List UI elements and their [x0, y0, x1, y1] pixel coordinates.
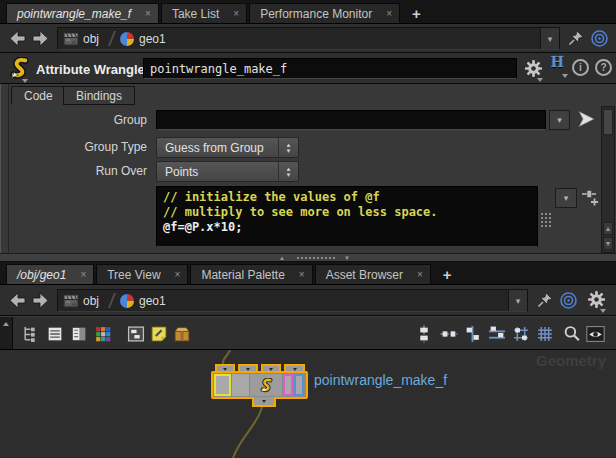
tab-obj-geo1[interactable]: /obj/geo1 ×	[6, 264, 94, 284]
forward-button[interactable]	[31, 29, 51, 48]
pin-panel-button[interactable]	[536, 291, 554, 309]
add-spare-parameter-button[interactable]	[581, 188, 599, 207]
group-dropdown-button[interactable]: ▾	[549, 110, 570, 130]
info-button[interactable]: i	[572, 59, 589, 76]
path-separator	[102, 293, 116, 308]
path-segment-obj[interactable]: obj	[83, 32, 99, 46]
follow-selection-button[interactable]	[559, 291, 578, 310]
node-flag-template[interactable]	[214, 374, 231, 396]
search-button[interactable]	[563, 325, 581, 343]
code-language-dropdown-button[interactable]: ▾	[555, 188, 577, 208]
splitter-down-icon[interactable]: ▼	[344, 255, 350, 262]
expand-icon	[3, 322, 9, 326]
scroll-down-button[interactable]: ▼	[603, 237, 613, 250]
scroll-up-button[interactable]: ▲	[603, 222, 613, 235]
obj-context-icon	[63, 293, 79, 309]
palette-icon	[94, 325, 112, 343]
pointwrangle-node[interactable]: pointwrangle_make_f	[211, 364, 309, 409]
tab-performance-monitor[interactable]: Performance Monitor ×	[249, 3, 400, 23]
run-over-value: Points	[157, 165, 278, 179]
tab-code[interactable]: Code	[11, 86, 66, 105]
group-input[interactable]	[156, 110, 546, 130]
help-button[interactable]: ?	[595, 59, 612, 76]
back-button[interactable]	[7, 29, 27, 48]
pin-panel-button[interactable]	[567, 29, 585, 47]
tab-asset-browser[interactable]: Asset Browser ×	[315, 264, 431, 284]
network-box-button[interactable]	[127, 325, 145, 343]
follow-selection-button[interactable]	[590, 29, 609, 48]
close-icon[interactable]: ×	[417, 270, 423, 280]
new-tab-button[interactable]: +	[402, 3, 431, 23]
tree-view-toggle-button[interactable]	[22, 325, 40, 343]
parameters-scrollbar[interactable]: ▲ ▼	[601, 106, 615, 253]
node-flag-bypass[interactable]	[283, 374, 293, 396]
close-icon[interactable]: ×	[386, 9, 392, 19]
pane-splitter[interactable]: ▲ ▼	[0, 253, 616, 262]
align-horizontal-button[interactable]	[488, 325, 506, 343]
align-left-button[interactable]	[464, 325, 482, 343]
gear-icon	[524, 59, 543, 78]
node-body[interactable]	[211, 371, 308, 399]
grid-display-button[interactable]	[536, 325, 554, 343]
color-palette-button[interactable]	[94, 325, 112, 343]
new-tab-button[interactable]: +	[433, 264, 462, 284]
list-view-button[interactable]	[46, 325, 64, 343]
close-icon[interactable]: ×	[145, 9, 151, 19]
spinner-icon[interactable]: ▲ ▼	[278, 162, 298, 181]
path-history-dropdown[interactable]: ▾	[540, 28, 559, 49]
group-type-parameter-label: Group Type	[1, 140, 147, 154]
node-name-input[interactable]	[143, 58, 517, 79]
tab-tree-view[interactable]: Tree View ×	[96, 264, 188, 284]
close-icon[interactable]: ×	[175, 270, 181, 280]
chevron-down-icon	[537, 78, 543, 82]
toolbar-collapse-handle[interactable]	[0, 317, 13, 349]
path-history-dropdown[interactable]: ▾	[508, 290, 527, 311]
input-wire	[223, 350, 230, 364]
vexpression-code-editor[interactable]: // initialize the values of @f // multip…	[156, 186, 538, 247]
parameter-view-button[interactable]	[70, 325, 88, 343]
tab-label: Tree View	[107, 268, 160, 282]
gear-menu-button[interactable]	[524, 59, 543, 78]
wrangle-icon	[259, 378, 274, 393]
forward-arrow-icon	[31, 291, 51, 310]
snap-grid-icon	[512, 325, 530, 343]
network-gear-menu-button[interactable]	[587, 290, 606, 309]
path-segment-geo1[interactable]: geo1	[139, 32, 166, 46]
align-vertical-button[interactable]	[415, 325, 433, 343]
group-pick-button[interactable]	[577, 110, 596, 128]
network-editor-view[interactable]: Geometry	[0, 350, 616, 458]
node-flag-lock[interactable]	[232, 374, 249, 396]
eye-icon	[586, 325, 605, 343]
splitter-grip[interactable]	[296, 256, 336, 261]
splitter-up-icon[interactable]: ▲	[279, 255, 285, 262]
network-path-field[interactable]: obj geo1 ▾	[57, 289, 528, 312]
tab-material-palette[interactable]: Material Palette ×	[190, 264, 312, 284]
tree-hierarchy-icon	[22, 325, 40, 343]
back-button[interactable]	[7, 291, 27, 310]
run-over-select[interactable]: Points ▲ ▼	[156, 161, 299, 182]
node-type-menu-button[interactable]	[8, 57, 31, 80]
close-icon[interactable]: ×	[299, 270, 305, 280]
tab-pointwrangle-make-f[interactable]: pointwrangle_make_f ×	[6, 3, 159, 23]
node-icon-area[interactable]	[250, 374, 282, 396]
distribute-horizontal-button[interactable]	[440, 325, 458, 343]
asset-box-button[interactable]	[173, 325, 191, 343]
spinner-icon[interactable]: ▲ ▼	[278, 138, 298, 157]
group-type-select[interactable]: Guess from Group ▲ ▼	[156, 137, 299, 158]
scrollbar-thumb[interactable]	[603, 109, 613, 135]
hscript-menu-button[interactable]: H	[551, 53, 563, 71]
forward-button[interactable]	[31, 291, 51, 310]
path-segment-geo1[interactable]: geo1	[139, 294, 166, 308]
node-output-connector[interactable]	[252, 397, 276, 407]
close-icon[interactable]: ×	[233, 9, 239, 19]
node-flag-display[interactable]	[294, 374, 304, 396]
field-resize-grip[interactable]	[540, 212, 551, 229]
tab-bindings[interactable]: Bindings	[63, 86, 135, 105]
sticky-note-button[interactable]	[150, 325, 168, 343]
snap-to-grid-button[interactable]	[512, 325, 530, 343]
tab-take-list[interactable]: Take List ×	[161, 3, 247, 23]
close-icon[interactable]: ×	[80, 270, 86, 280]
network-path-field[interactable]: obj geo1 ▾	[57, 27, 560, 50]
visibility-button[interactable]	[586, 325, 604, 343]
path-segment-obj[interactable]: obj	[83, 294, 99, 308]
